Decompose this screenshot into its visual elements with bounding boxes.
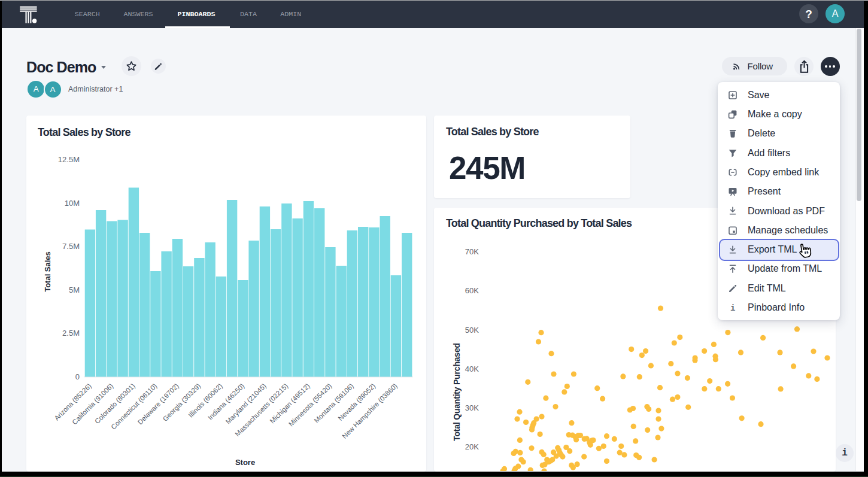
- svg-text:Maryland (21045): Maryland (21045): [224, 382, 268, 425]
- svg-text:60K: 60K: [465, 286, 479, 295]
- svg-text:5M: 5M: [69, 285, 80, 294]
- svg-text:20K: 20K: [465, 442, 479, 451]
- svg-text:Nevada (89052): Nevada (89052): [337, 382, 377, 422]
- svg-text:10M: 10M: [65, 199, 80, 208]
- svg-text:Delaware (19702): Delaware (19702): [136, 382, 180, 426]
- svg-text:12.5M: 12.5M: [58, 155, 80, 164]
- svg-text:Total Sales by Store: Total Sales by Store: [38, 126, 131, 138]
- svg-text:30K: 30K: [465, 403, 479, 412]
- svg-text:Arizona (85226): Arizona (85226): [53, 382, 92, 421]
- svg-text:California (91006): California (91006): [71, 382, 114, 426]
- svg-text:Total Quantity Purchased: Total Quantity Purchased: [452, 343, 462, 441]
- svg-text:70K: 70K: [465, 247, 479, 256]
- svg-text:Colorado (80301): Colorado (80301): [93, 382, 136, 425]
- svg-text:7.5M: 7.5M: [62, 242, 80, 251]
- svg-text:40K: 40K: [465, 364, 479, 373]
- svg-text:0: 0: [75, 372, 80, 381]
- svg-text:Store: Store: [235, 458, 255, 467]
- svg-text:Total Quantity Purchased by To: Total Quantity Purchased by Total Sales: [446, 217, 632, 229]
- svg-text:i: i: [730, 303, 735, 313]
- svg-text:2.5M: 2.5M: [62, 329, 80, 338]
- svg-text:Michigan (49512): Michigan (49512): [268, 382, 311, 424]
- svg-text:Total Sales: Total Sales: [43, 251, 52, 292]
- svg-text:Georgia (30329): Georgia (30329): [162, 382, 202, 423]
- svg-text:50K: 50K: [465, 326, 479, 335]
- svg-text:Montana (59106): Montana (59106): [312, 382, 355, 424]
